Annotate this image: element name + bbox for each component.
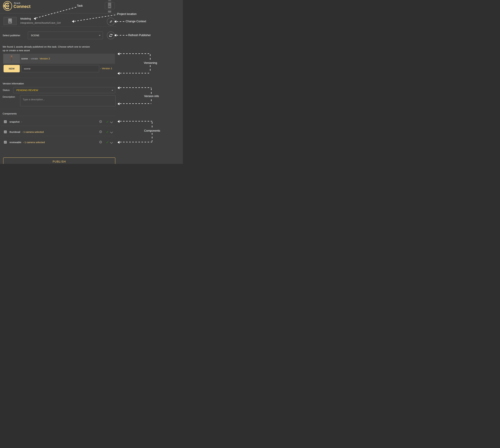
chevron-down-icon bbox=[112, 90, 113, 91]
version-info-top-arrowhead bbox=[118, 87, 120, 89]
asset-next-version: Version 2 bbox=[40, 57, 50, 60]
task-thumbnail bbox=[3, 17, 16, 25]
description-placeholder: Type a description... bbox=[20, 96, 45, 101]
pencil-icon: ✎ bbox=[109, 20, 113, 23]
select-publisher-label: Select publisher bbox=[3, 34, 20, 37]
refresh-publisher-button[interactable] bbox=[107, 32, 115, 39]
annotation-task: Task bbox=[77, 4, 83, 7]
refresh-icon bbox=[109, 33, 113, 38]
asset-action: - create bbox=[30, 57, 38, 60]
ftrack-connect-publisher-window: ftrack Connect Modeling integrations_dem… bbox=[0, 0, 183, 164]
valid-check-icon: ✓ bbox=[106, 130, 109, 134]
assets-message-line2: up or create a new asset bbox=[3, 49, 30, 52]
change-context-dashed-line bbox=[117, 21, 125, 22]
gear-icon[interactable]: ⚙ bbox=[99, 120, 102, 124]
version-info-top-dashed-line bbox=[120, 87, 151, 88]
new-asset-name-input[interactable]: scene bbox=[21, 65, 99, 72]
ftrack-logo-icon bbox=[3, 1, 13, 11]
publisher-selected-value: SCENE bbox=[28, 34, 39, 37]
annotation-components: Components bbox=[143, 129, 161, 132]
description-label: Description bbox=[3, 96, 15, 98]
separator-dotted bbox=[1, 26, 117, 27]
valid-check-icon: ✓ bbox=[106, 141, 109, 144]
task-arrowhead bbox=[34, 17, 36, 20]
app-name: Connect bbox=[14, 4, 30, 9]
publisher-dropdown[interactable]: SCENE bbox=[28, 32, 103, 39]
version-information-heading: Version information bbox=[3, 82, 24, 85]
separator-dotted bbox=[1, 109, 117, 109]
asset-thumbnail bbox=[3, 54, 20, 64]
gear-icon[interactable]: ⚙ bbox=[99, 130, 102, 134]
component-name: reviewable bbox=[9, 141, 21, 144]
components-bottom-dashed-line bbox=[120, 142, 152, 142]
task-name: Modeling bbox=[20, 17, 31, 20]
component-row-reviewable: ✓ reviewable - 1 camera selected ⚙ ✓ bbox=[0, 141, 117, 144]
existing-asset-row[interactable]: scene - create Version 2 bbox=[3, 54, 115, 64]
components-heading: Components bbox=[3, 112, 17, 115]
component-label: reviewable - 1 camera selected bbox=[9, 141, 45, 144]
publish-button-label: PUBLISH bbox=[53, 160, 66, 163]
component-checkbox[interactable]: ✓ bbox=[4, 130, 7, 133]
component-checkbox[interactable]: ✓ bbox=[4, 120, 7, 123]
character-sprite bbox=[10, 55, 13, 62]
image-placeholder-icon bbox=[8, 18, 12, 23]
asset-row-label: scene - create Version 2 bbox=[21, 57, 50, 60]
new-asset-version: - Version 1 bbox=[100, 67, 112, 70]
new-asset-button-label: NEW bbox=[9, 67, 15, 70]
project-location-arrowhead bbox=[72, 20, 74, 23]
component-checkbox[interactable]: ✓ bbox=[4, 141, 7, 144]
new-asset-button[interactable]: NEW bbox=[3, 65, 20, 72]
annotation-project-location: Project location bbox=[117, 12, 136, 16]
version-info-bottom-dashed-line bbox=[120, 103, 151, 104]
versioning-top-arrowhead bbox=[118, 53, 120, 55]
task-dashed-line bbox=[36, 7, 76, 18]
chevron-down-icon bbox=[99, 35, 101, 36]
version-info-bottom-arrowhead bbox=[118, 103, 120, 105]
annotation-versioning: Versioning bbox=[143, 61, 158, 64]
versioning-bottom-arrowhead bbox=[118, 72, 120, 75]
component-label: snapshot - bbox=[9, 120, 22, 123]
assets-message-line1: We found 1 assets already published on t… bbox=[3, 45, 90, 48]
versioning-top-dashed-line bbox=[120, 53, 151, 54]
chevron-down-icon[interactable] bbox=[110, 120, 113, 123]
versioning-bottom-dashed-line bbox=[120, 73, 151, 73]
status-dropdown[interactable]: PENDING REVIEW bbox=[13, 87, 115, 93]
refresh-publisher-arrowhead bbox=[114, 34, 116, 37]
component-name: snapshot bbox=[9, 120, 19, 123]
header-divider bbox=[0, 13, 117, 13]
component-label: thumbnail - 1 camera selected bbox=[9, 131, 44, 133]
status-value: PENDING REVIEW bbox=[14, 89, 38, 92]
description-textarea[interactable]: Type a description... bbox=[20, 95, 116, 106]
annotation-version-info: Version info bbox=[143, 95, 160, 98]
change-context-button[interactable]: ✎ bbox=[107, 18, 115, 25]
separator-dotted bbox=[1, 78, 117, 78]
separator-dotted bbox=[1, 136, 115, 136]
component-name: thumbnail bbox=[9, 131, 20, 133]
components-top-dashed-line bbox=[120, 121, 152, 121]
refresh-publisher-dashed-line bbox=[117, 35, 127, 35]
separator-dotted bbox=[1, 126, 115, 126]
status-label: Status bbox=[3, 89, 10, 92]
project-path: integrations_demo/Assets/Cave_Girl bbox=[20, 21, 61, 24]
annotation-refresh-publisher: Refresh Publisher bbox=[128, 33, 151, 37]
change-context-arrowhead bbox=[114, 20, 116, 23]
new-asset-name-value: scene bbox=[22, 67, 30, 70]
component-row-snapshot: ✓ snapshot - ⚙ ✓ bbox=[0, 120, 117, 123]
separator-dotted bbox=[1, 116, 115, 116]
gear-icon[interactable]: ⚙ bbox=[99, 140, 102, 144]
asset-name: scene bbox=[21, 57, 28, 60]
image-placeholder-icon bbox=[108, 5, 111, 7]
components-top-arrowhead bbox=[118, 120, 120, 123]
chevron-down-icon[interactable] bbox=[110, 130, 113, 133]
annotation-change-context: Change Context bbox=[126, 20, 146, 23]
components-bottom-arrowhead bbox=[118, 141, 120, 144]
component-detail: - bbox=[21, 120, 22, 123]
component-detail: - 1 camera selected bbox=[22, 131, 44, 133]
valid-check-icon: ✓ bbox=[106, 120, 109, 124]
publish-button[interactable]: PUBLISH bbox=[3, 158, 115, 164]
chevron-down-icon[interactable] bbox=[110, 141, 113, 144]
component-row-thumbnail: ✓ thumbnail - 1 camera selected ⚙ ✓ bbox=[0, 130, 117, 134]
component-detail: - 1 camera selected bbox=[23, 141, 45, 144]
